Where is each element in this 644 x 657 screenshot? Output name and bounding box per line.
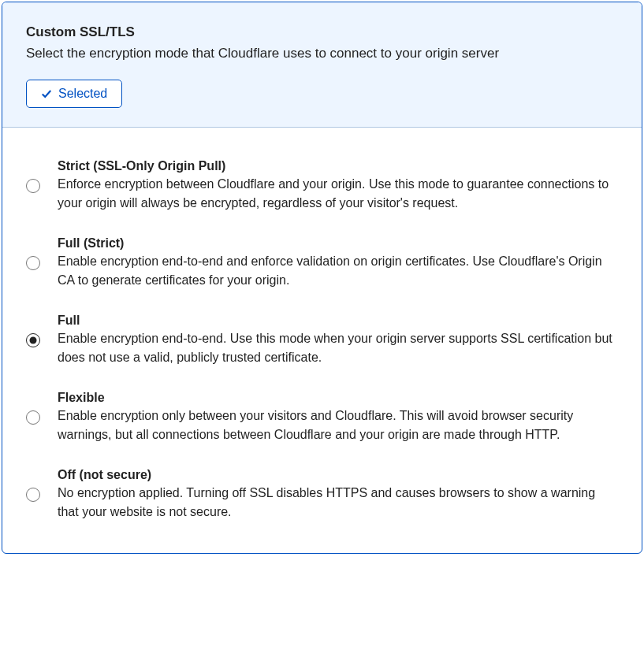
- selected-button-label: Selected: [58, 87, 107, 101]
- radio-full[interactable]: [26, 333, 40, 347]
- radio-strict[interactable]: [26, 179, 40, 193]
- radio-off[interactable]: [26, 488, 40, 502]
- radio-flexible[interactable]: [26, 410, 40, 425]
- option-content: Off (not secure) No encryption applied. …: [58, 468, 618, 522]
- option-content: Full (Strict) Enable encryption end-to-e…: [58, 236, 618, 290]
- radio-wrapper: [26, 488, 40, 502]
- radio-wrapper: [26, 179, 40, 193]
- option-title: Strict (SSL-Only Origin Pull): [58, 159, 618, 173]
- check-icon: [41, 88, 52, 99]
- radio-wrapper: [26, 333, 40, 347]
- option-desc: Enable encryption only between your visi…: [58, 406, 618, 444]
- option-desc: Enable encryption end-to-end. Use this m…: [58, 329, 618, 367]
- option-full[interactable]: Full Enable encryption end-to-end. Use t…: [26, 314, 618, 367]
- radio-wrapper: [26, 410, 40, 425]
- option-title: Full: [58, 314, 618, 328]
- option-content: Flexible Enable encryption only between …: [58, 391, 618, 444]
- option-strict[interactable]: Strict (SSL-Only Origin Pull) Enforce en…: [26, 159, 618, 213]
- option-content: Full Enable encryption end-to-end. Use t…: [58, 314, 618, 367]
- option-desc: Enable encryption end-to-end and enforce…: [58, 252, 618, 290]
- option-full-strict[interactable]: Full (Strict) Enable encryption end-to-e…: [26, 236, 618, 290]
- card-subtitle: Select the encryption mode that Cloudfla…: [26, 44, 618, 64]
- card-body: Strict (SSL-Only Origin Pull) Enforce en…: [2, 128, 642, 553]
- card-header: Custom SSL/TLS Select the encryption mod…: [2, 2, 642, 128]
- option-flexible[interactable]: Flexible Enable encryption only between …: [26, 391, 618, 444]
- option-desc: Enforce encryption between Cloudflare an…: [58, 175, 618, 213]
- radio-full-strict[interactable]: [26, 256, 40, 270]
- option-title: Flexible: [58, 391, 618, 405]
- selected-button[interactable]: Selected: [26, 80, 122, 108]
- card-title: Custom SSL/TLS: [26, 24, 618, 40]
- option-content: Strict (SSL-Only Origin Pull) Enforce en…: [58, 159, 618, 213]
- option-desc: No encryption applied. Turning off SSL d…: [58, 484, 618, 522]
- option-title: Off (not secure): [58, 468, 618, 482]
- option-title: Full (Strict): [58, 236, 618, 251]
- ssl-mode-card: Custom SSL/TLS Select the encryption mod…: [2, 2, 642, 554]
- option-off[interactable]: Off (not secure) No encryption applied. …: [26, 468, 618, 522]
- radio-wrapper: [26, 256, 40, 270]
